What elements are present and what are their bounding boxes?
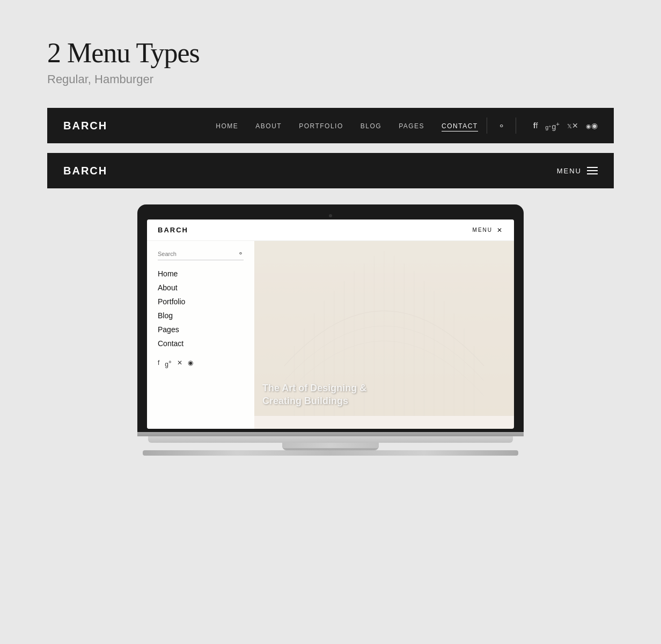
- screen-search-row: ⚬: [158, 250, 244, 260]
- nav-item-contact[interactable]: CONTACT: [442, 121, 478, 130]
- hamburger-line-3: [587, 173, 598, 174]
- laptop-screen-outer: BARCH MENU ✕ ⚬ Home: [137, 204, 524, 432]
- regular-nav-logo[interactable]: BARCH: [63, 120, 107, 132]
- rss-icon[interactable]: ◉: [586, 121, 598, 130]
- screen-nav-item-pages[interactable]: Pages: [158, 325, 244, 334]
- screen-close-icon: ✕: [497, 226, 503, 234]
- screen-menu-label: MENU: [473, 227, 493, 233]
- hamburger-navbar: BARCH MENU: [47, 153, 614, 188]
- regular-navbar: BARCH HOME ABOUT PORTFOLIO BLOG PAGES CO…: [47, 108, 614, 143]
- facebook-icon[interactable]: f: [533, 121, 538, 130]
- hamburger-line-2: [587, 170, 598, 171]
- screen-nav-item-about[interactable]: About: [158, 283, 244, 292]
- screen-menu-panel: ⚬ Home About Portfolio Blog Pages Contac…: [147, 241, 254, 429]
- page-subtitle: Regular, Hamburger: [47, 72, 661, 86]
- screen-search-input[interactable]: [158, 251, 238, 257]
- laptop-screen-inner: BARCH MENU ✕ ⚬ Home: [147, 219, 514, 429]
- laptop-camera: [329, 214, 332, 217]
- screen-nav-item-contact[interactable]: Contact: [158, 339, 244, 348]
- screen-background: The Art of Designing &Creating Buildings: [254, 241, 514, 429]
- nav-item-pages[interactable]: PAGES: [399, 121, 424, 130]
- nav-item-blog[interactable]: BLOG: [361, 121, 381, 130]
- googleplus-icon[interactable]: g+: [545, 120, 560, 131]
- screen-open-menu: ⚬ Home About Portfolio Blog Pages Contac…: [147, 241, 514, 429]
- nav-divider: [487, 118, 487, 134]
- hamburger-icon: [587, 167, 598, 174]
- screen-nav-item-blog[interactable]: Blog: [158, 311, 244, 320]
- screen-logo[interactable]: BARCH: [158, 226, 188, 234]
- nav-item-portfolio[interactable]: PORTFOLIO: [299, 121, 343, 130]
- hamburger-line-1: [587, 167, 598, 168]
- screen-social-row: f g+ ✕ ◉: [158, 359, 244, 368]
- screen-nav-item-home[interactable]: Home: [158, 269, 244, 279]
- laptop-foot-container: [137, 443, 524, 450]
- page-header: 2 Menu Types Regular, Hamburger: [0, 0, 661, 108]
- laptop-stand: [282, 443, 379, 450]
- screen-facebook-icon[interactable]: f: [158, 359, 159, 368]
- laptop-hinge: [137, 432, 524, 436]
- laptop-bottom-bar: [143, 450, 518, 456]
- hamburger-nav-logo[interactable]: BARCH: [63, 165, 107, 177]
- nav-search-button[interactable]: ⚬: [496, 121, 507, 131]
- nav-item-about[interactable]: ABOUT: [255, 121, 282, 130]
- screen-topbar: BARCH MENU ✕: [147, 219, 514, 241]
- screen-googleplus-icon[interactable]: g+: [165, 359, 172, 368]
- screen-twitter-icon[interactable]: ✕: [177, 359, 182, 368]
- screen-nav-item-portfolio[interactable]: Portfolio: [158, 297, 244, 306]
- screen-nav-list: Home About Portfolio Blog Pages Contact: [158, 269, 244, 348]
- regular-nav-links: HOME ABOUT PORTFOLIO BLOG PAGES CONTACT: [216, 121, 478, 130]
- page-title: 2 Menu Types: [47, 38, 661, 68]
- screen-tagline: The Art of Designing &Creating Buildings: [262, 382, 506, 407]
- menu-label: MENU: [557, 167, 582, 175]
- navbar-container: BARCH HOME ABOUT PORTFOLIO BLOG PAGES CO…: [47, 108, 614, 188]
- laptop: BARCH MENU ✕ ⚬ Home: [137, 204, 524, 456]
- nav-divider-2: [516, 118, 516, 134]
- screen-rss-icon[interactable]: ◉: [188, 359, 193, 368]
- laptop-foot: [282, 443, 379, 448]
- nav-social-icons: f g+ ✕ ◉: [533, 120, 598, 131]
- nav-item-home[interactable]: HOME: [216, 121, 238, 130]
- hamburger-menu-button[interactable]: MENU: [557, 167, 598, 175]
- screen-menu-button[interactable]: MENU ✕: [473, 226, 503, 234]
- twitter-icon[interactable]: ✕: [567, 121, 578, 130]
- screen-search-icon[interactable]: ⚬: [238, 250, 244, 258]
- laptop-base: [148, 436, 513, 443]
- laptop-mockup: BARCH MENU ✕ ⚬ Home: [0, 204, 661, 456]
